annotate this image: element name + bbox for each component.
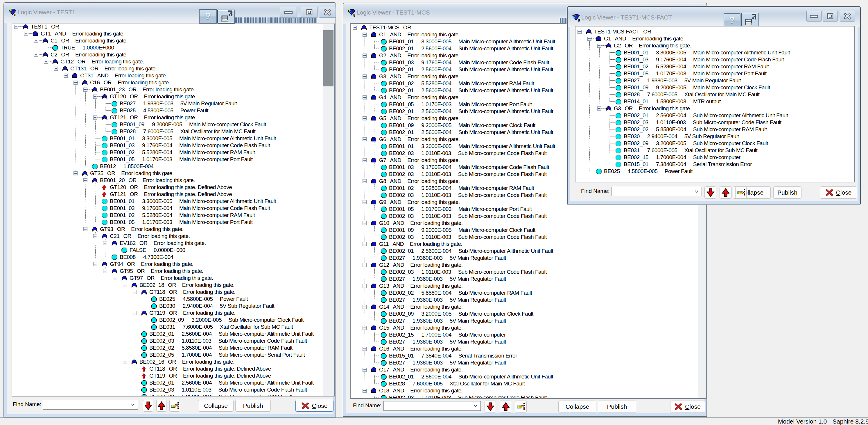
publish-button[interactable]: Publish: [773, 187, 802, 199]
tree-row[interactable]: BE002_025.8580E-004Sub Micro-computer RA…: [149, 393, 292, 396]
tree-row[interactable]: BE001_20ORError loading this gate.: [100, 177, 195, 184]
expand-collapse-box[interactable]: [363, 263, 367, 267]
tree-row[interactable]: BE002_025.8580E-004Sub Micro-computer RA…: [389, 289, 532, 296]
tree-row[interactable]: BE0317.6000E-005Xtal Oscillator for Sub …: [159, 323, 293, 331]
tree-row[interactable]: GT119ORError loading this gate.: [149, 310, 235, 316]
maximize-button[interactable]: [823, 11, 838, 22]
expand-collapse-box[interactable]: [363, 33, 367, 37]
go-to-item-button[interactable]: [515, 401, 527, 413]
logic-tree-view[interactable]: TEST1ORGT1ANDError loading this gate.C1O…: [11, 24, 335, 396]
expand-collapse-box[interactable]: [597, 44, 601, 48]
find-name-combobox[interactable]: [611, 187, 702, 196]
tree-row[interactable]: BE002_012.5600E-004Sub Micro-computer Al…: [389, 66, 553, 73]
publish-button[interactable]: Publish: [235, 400, 271, 412]
logic-tree-view[interactable]: TEST1-MCS-FACTORG1ANDError loading this …: [575, 26, 855, 182]
tree-row[interactable]: BE002_012.5600E-004Sub Micro-computer Al…: [624, 112, 788, 119]
tree-row[interactable]: BE002_012.5600E-004Sub Micro-computer Al…: [389, 108, 553, 115]
tree-row[interactable]: G5ANDError loading this gate.: [379, 115, 460, 122]
expand-collapse-box[interactable]: [123, 283, 127, 287]
tree-row[interactable]: BE001_039.1760E-004Main Micro-computer C…: [389, 164, 549, 171]
tree-row[interactable]: G2ORError loading this gate.: [614, 42, 691, 49]
collapse-button[interactable]: Collapse: [558, 401, 596, 413]
expand-collapse-box[interactable]: [363, 179, 367, 183]
tree-row[interactable]: GT93ORError loading this gate.: [100, 226, 184, 233]
tree-row[interactable]: G12ANDError loading this gate.: [379, 261, 463, 268]
tree-row[interactable]: BE0271.9380E-0035V Main Regulator Fault: [389, 296, 506, 304]
find-next-up-button[interactable]: [500, 401, 511, 413]
tree-row[interactable]: BE002_093.2000E-005Sub Micro-computer Cl…: [159, 316, 304, 323]
tree-row[interactable]: BE002_012.5600E-004Sub Micro-computer Al…: [149, 379, 313, 386]
tree-row[interactable]: BE001_039.1760E-004Main Micro-computer C…: [389, 59, 549, 66]
tree-row[interactable]: G8ANDError loading this gate.: [379, 178, 460, 185]
tree-row[interactable]: BE001_099.2000E-005Main Micro-computer C…: [389, 122, 535, 129]
tree-row[interactable]: GT31ANDError loading this gate.: [80, 72, 167, 79]
find-next-down-button[interactable]: [705, 187, 716, 199]
tree-row[interactable]: G11ANDError loading this gate.: [379, 240, 462, 248]
expand-collapse-box[interactable]: [24, 32, 28, 36]
tree-row[interactable]: BE002_151.7000E-004Sub Micro-computer: [389, 331, 506, 338]
tree-row[interactable]: BE001_025.5280E-004Main Micro-computer R…: [110, 212, 255, 219]
tree-row[interactable]: C21ORError loading this gate.: [110, 233, 190, 240]
expand-collapse-box[interactable]: [34, 53, 38, 57]
expand-collapse-box[interactable]: [34, 39, 38, 43]
expand-collapse-box[interactable]: [83, 227, 87, 231]
tree-row[interactable]: GT120ORError loading this gate. Defined …: [110, 184, 232, 191]
expand-collapse-box[interactable]: [363, 326, 367, 330]
tree-row[interactable]: BE0271.9380E-0035V Main Regulator Fault: [389, 276, 506, 282]
tree-row[interactable]: BE001_051.0170E-003Main Micro-computer P…: [110, 156, 253, 163]
tree-row[interactable]: GT121ORError loading this gate.: [110, 114, 196, 121]
expand-collapse-box[interactable]: [363, 368, 367, 372]
tree-row[interactable]: BE002_18ORError loading this gate.: [140, 282, 235, 289]
tree-row[interactable]: BE001_013.3000E-005Main Micro-computer A…: [389, 143, 555, 150]
tree-row[interactable]: BE002_012.5600E-004Sub Micro-computer Al…: [389, 45, 553, 52]
tree-row[interactable]: BE0287.6000E-005Xtal Oscillator for Main…: [120, 128, 255, 135]
tree-row[interactable]: BE0287.6000E-005Xtal Oscillator for Main…: [624, 91, 760, 98]
tree-row[interactable]: BE002_031.0110E-003Sub Micro-computer Co…: [149, 337, 307, 344]
expand-collapse-box[interactable]: [93, 115, 97, 119]
tree-row[interactable]: BE002_012.5600E-004Sub Micro-computer Al…: [389, 248, 553, 255]
publish-button[interactable]: Publish: [598, 401, 636, 413]
tree-row[interactable]: BE001_025.5280E-004Main Micro-computer R…: [110, 149, 255, 156]
tree-row[interactable]: BE0121.8500E-004: [100, 163, 154, 170]
tree-row[interactable]: TEST1-MCSOR: [369, 24, 411, 31]
expand-collapse-box[interactable]: [123, 360, 127, 364]
tree-row[interactable]: BE0084.7300E-004: [120, 254, 174, 261]
tree-row[interactable]: BE001_013.3000E-005Main Micro-computer A…: [389, 38, 555, 45]
tree-row[interactable]: TRUE1.0000E+000: [60, 44, 114, 51]
tree-row[interactable]: G1ANDError loading this gate.: [379, 31, 460, 38]
close-button[interactable]: Close: [670, 401, 705, 413]
expand-collapse-box[interactable]: [363, 54, 367, 58]
tree-row[interactable]: BE002_031.0110E-003Sub Micro-computer Co…: [389, 192, 547, 199]
expand-collapse-box[interactable]: [363, 137, 367, 141]
tree-row[interactable]: BE002_012.5600E-004Sub Micro-computer Al…: [389, 373, 553, 380]
tree-row[interactable]: BE001_013.3000E-005Main Micro-computer A…: [624, 49, 790, 56]
tree-row[interactable]: BE015_017.3840E-004Serial Transmission E…: [389, 352, 517, 359]
tree-row[interactable]: BE001_013.3000E-005Main Micro-computer A…: [110, 198, 276, 205]
expand-collapse-box[interactable]: [363, 305, 367, 309]
tree-row[interactable]: GT131ORError loading this gate.: [70, 65, 157, 72]
minimize-button[interactable]: [806, 11, 822, 22]
tree-row[interactable]: BE002_031.0110E-003Sub Micro-computer Co…: [149, 386, 307, 393]
expand-collapse-box[interactable]: [73, 81, 78, 85]
find-name-combobox[interactable]: [383, 401, 481, 411]
tree-row[interactable]: BE001_051.0170E-003Main Micro-computer P…: [389, 206, 532, 213]
tree-row[interactable]: BE002_16ORError loading this gate.: [140, 359, 235, 365]
tree-row[interactable]: C16ORError loading this gate.: [90, 79, 170, 86]
tree-row[interactable]: BE001_025.5280E-004Main Micro-computer R…: [624, 63, 769, 70]
tree-row[interactable]: GT118ORError loading this gate. Defined …: [149, 365, 271, 372]
close-window-button[interactable]: [840, 11, 855, 22]
tree-row[interactable]: BE001_23ORError loading this gate.: [100, 86, 195, 93]
tree-row[interactable]: BE001_039.1760E-004Main Micro-computer C…: [110, 205, 270, 212]
expand-collapse-box[interactable]: [363, 116, 367, 120]
close-button[interactable]: Close: [820, 187, 857, 199]
collapse-button[interactable]: Collapse: [198, 400, 234, 412]
tree-row[interactable]: BE001_039.1760E-004Main Micro-computer C…: [110, 142, 270, 149]
tree-row[interactable]: G18ANDError loading this gate.: [379, 387, 463, 394]
tree-row[interactable]: GT118ORError loading this gate.: [149, 289, 235, 295]
expand-collapse-box[interactable]: [363, 389, 367, 393]
expand-collapse-box[interactable]: [54, 66, 58, 71]
tree-row[interactable]: BE002_031.0110E-003Sub Micro-computer Co…: [389, 268, 547, 276]
tree-row[interactable]: BE0317.6000E-005Xtal Oscillator for Sub …: [624, 147, 757, 154]
expand-collapse-box[interactable]: [103, 269, 107, 273]
expand-collapse-box[interactable]: [113, 276, 117, 280]
